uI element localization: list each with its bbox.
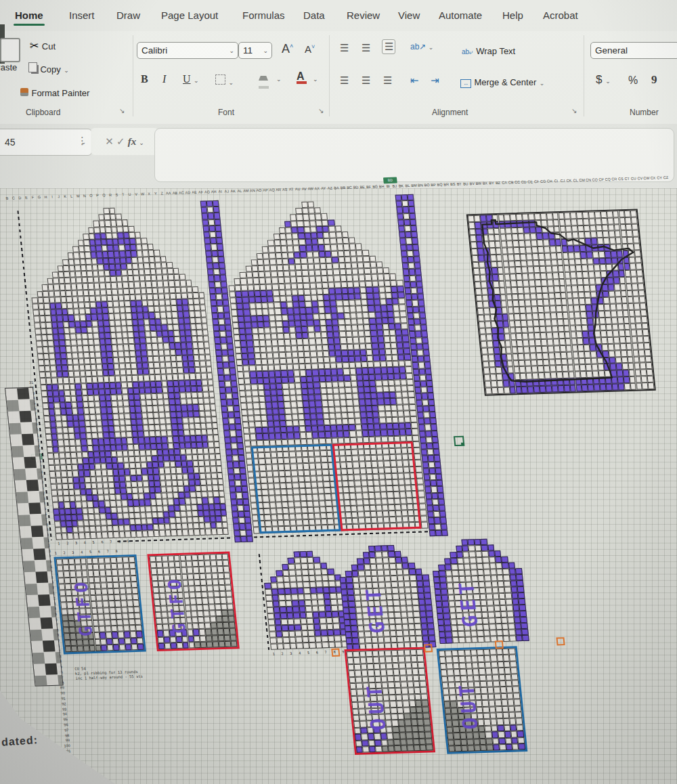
alignment-dialog-launcher[interactable]: ↘ [571, 107, 577, 114]
font-group-label: Font [218, 108, 234, 117]
formula-bar-dots: ⋮ [77, 135, 87, 147]
decrease-indent-button[interactable]: ⇤ [410, 74, 418, 87]
marker-orange-3 [495, 640, 504, 649]
stitch-numbers-mitten-left: 1 2 3 4 5 6 7 8 9 [58, 539, 132, 545]
underline-button[interactable]: U ⌄ [183, 73, 199, 85]
fill-color-icon [259, 76, 268, 83]
chart-mini3[interactable]: GET [429, 538, 529, 644]
font-name-combobox[interactable]: Calibri⌄ [137, 42, 238, 59]
rotated-motif-text: GET [454, 578, 482, 628]
excel-ribbon: HomeInsertDrawPage LayoutFormulasDataRev… [0, 0, 677, 125]
copy-icon [28, 62, 37, 72]
pattern-notes: CO 54 k2, p1 ribbing for 13 rounds inc 1… [74, 665, 143, 681]
font-size-combobox[interactable]: 11⌄ [238, 42, 272, 59]
clipboard-dialog-launcher[interactable]: ↘ [119, 107, 125, 114]
rotated-motif-text: OUT [362, 681, 390, 731]
number-group-label: Number [630, 108, 659, 117]
fx-icon[interactable]: fx [128, 136, 137, 147]
align-top-button[interactable]: ☰ [340, 42, 348, 54]
paste-icon [0, 38, 20, 62]
ribbon-tab-automate[interactable]: Automate [439, 9, 482, 21]
spreadsheet-grid[interactable]: BCDEFGHIJKLMNOPQRSTUVWXYZAAABACADAEAFAGA… [0, 188, 677, 784]
chart-mitten-left[interactable] [22, 205, 228, 540]
thumb-top-numbers: 1 2 3 4 5 6 7 8 [54, 549, 120, 555]
ribbon-tab-insert[interactable]: Insert [69, 9, 95, 21]
wrap-text-button[interactable]: ab⤶ Wrap Text [462, 45, 515, 57]
ribbon-tab-data[interactable]: Data [303, 9, 325, 21]
borders-icon [215, 74, 225, 85]
merge-center-button[interactable]: ↔ Merge & Center ⌄ [460, 76, 544, 88]
marker-orange-1 [331, 649, 340, 657]
shrink-font-button[interactable]: A˅ [305, 43, 315, 55]
italic-button[interactable]: I [162, 73, 166, 85]
grow-font-button[interactable]: A˄ [282, 42, 293, 56]
clipboard-group-label: Clipboard [26, 108, 60, 117]
font-color-button[interactable]: A [297, 70, 307, 84]
align-right-button[interactable]: ☰ [383, 74, 391, 87]
ribbon-tab-bar: HomeInsertDrawPage LayoutFormulasDataRev… [0, 0, 677, 31]
ribbon-tab-home[interactable]: Home [15, 9, 43, 21]
align-center-button[interactable]: ☰ [362, 74, 370, 87]
align-middle-button[interactable]: ☰ [362, 42, 370, 54]
copy-button[interactable]: Copy ⌄ [28, 62, 69, 75]
orientation-button[interactable]: ab↗ ⌄ [410, 42, 433, 51]
font-color-chevron[interactable]: ⌄ [313, 72, 318, 84]
merge-center-icon: ↔ [460, 79, 471, 88]
increase-indent-button[interactable]: ⇥ [431, 74, 439, 87]
ribbon-tab-formulas[interactable]: Formulas [242, 9, 285, 21]
chart-minnesota[interactable] [466, 209, 656, 395]
ribbon-tab-view[interactable]: View [398, 9, 420, 21]
rotated-motif-text: OUT [454, 680, 483, 730]
enter-icon[interactable]: ✓ [116, 135, 125, 147]
dated-label: dated: [1, 734, 38, 749]
chart-mini2[interactable]: GET [336, 544, 436, 651]
currency-button[interactable]: $ ⌄ [596, 73, 611, 87]
ribbon-tab-draw[interactable]: Draw [116, 9, 140, 21]
number-format-combobox[interactable]: General [590, 42, 677, 59]
cancel-icon[interactable]: ✕ [105, 135, 114, 147]
align-left-button[interactable]: ☰ [340, 74, 348, 87]
comma-style-button[interactable]: 9 [651, 73, 657, 87]
ribbon-tab-help[interactable]: Help [502, 9, 523, 21]
cut-button[interactable]: ✂ Cut [30, 39, 56, 52]
alignment-group-label: Alignment [432, 108, 468, 117]
marker-orange-4 [556, 637, 565, 645]
chart-rect-blue[interactable]: OUT [437, 646, 528, 754]
ribbon-tab-review[interactable]: Review [347, 9, 380, 21]
format-painter-button[interactable]: Format Painter [20, 87, 89, 99]
fill-color-chevron[interactable]: ⌄ [276, 72, 282, 84]
format-painter-icon [20, 88, 28, 96]
bold-button[interactable]: B [141, 73, 148, 85]
marker-orange-2 [424, 644, 433, 652]
font-dialog-launcher[interactable]: ↘ [318, 107, 324, 114]
repeat-box [332, 441, 422, 531]
repeat-box [251, 444, 341, 533]
chart-rect-red[interactable]: OUT [344, 647, 435, 756]
align-bottom-button[interactable]: ☰ [382, 39, 395, 54]
chart-thumb-blue[interactable]: GTFO [53, 554, 146, 654]
rotated-motif-text: GET [361, 584, 389, 634]
selected-cell-cursor[interactable] [454, 436, 465, 446]
scissors-icon: ✂ [30, 40, 39, 51]
stitch-ticks-mitten-left [117, 538, 231, 542]
wrap-text-icon: ab⤶ [462, 48, 473, 56]
chart-mitten-right[interactable] [220, 199, 428, 533]
fx-chevron[interactable]: ⌄ [139, 139, 144, 146]
percent-button[interactable]: % [628, 74, 638, 87]
ribbon-tab-acrobat[interactable]: Acrobat [543, 9, 578, 21]
borders-button[interactable]: ⌄ [215, 74, 234, 87]
chart-thumb-red[interactable]: GTFO [147, 552, 239, 651]
ribbon-tab-page-layout[interactable]: Page Layout [161, 9, 218, 21]
fill-color-button[interactable] [259, 73, 269, 89]
selected-column-header: BD [383, 177, 397, 184]
